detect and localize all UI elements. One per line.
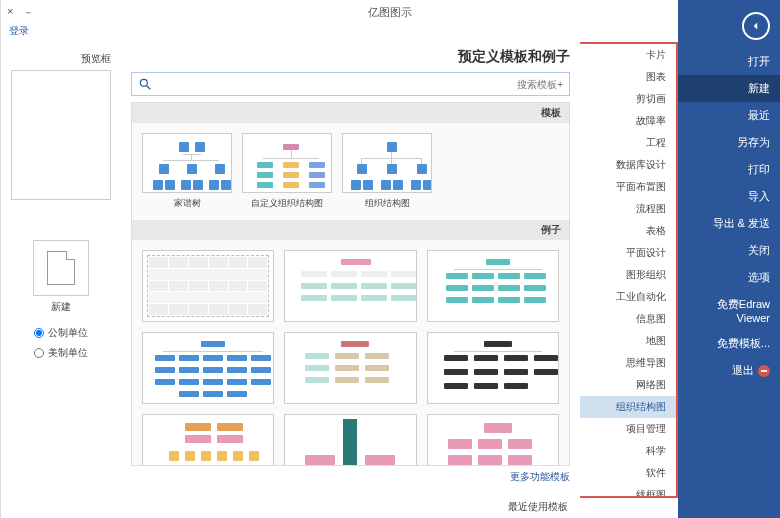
unit-radio-group: 公制单位 美制单位	[34, 326, 88, 360]
example-thumb[interactable]	[284, 332, 416, 404]
cat-card[interactable]: 卡片	[580, 44, 676, 66]
app-title: 亿图图示	[368, 5, 412, 20]
radio-metric[interactable]: 公制单位	[34, 326, 88, 340]
new-button[interactable]	[33, 240, 89, 296]
cat-project[interactable]: 项目管理	[580, 418, 676, 440]
cat-engineering[interactable]: 工程	[580, 132, 676, 154]
exit-icon	[758, 365, 770, 377]
radio-us[interactable]: 美制单位	[34, 346, 88, 360]
nav-close[interactable]: 关闭	[678, 237, 780, 264]
template-label: 自定义组织结构图	[251, 197, 323, 210]
example-thumb[interactable]	[284, 414, 416, 466]
template-item[interactable]: 自定义组织结构图	[242, 133, 332, 210]
nav-import[interactable]: 导入	[678, 183, 780, 210]
radio-metric-label: 公制单位	[48, 326, 88, 340]
templates-area: 预定义模板和例子 模板	[121, 42, 580, 498]
radio-metric-input[interactable]	[34, 328, 44, 338]
example-thumb[interactable]	[427, 332, 559, 404]
cat-mindmap[interactable]: 思维导图	[580, 352, 676, 374]
cat-clipart[interactable]: 剪切画	[580, 88, 676, 110]
cat-floorplan[interactable]: 平面布置图	[580, 176, 676, 198]
nav-export[interactable]: 导出 & 发送	[678, 210, 780, 237]
cat-industrial[interactable]: 工业自动化	[580, 286, 676, 308]
window-minimize[interactable]: －	[23, 5, 34, 20]
search-bar	[131, 72, 570, 96]
main-area: × － 亿图图示 登录 卡片 图表 剪切画 故障率 工程 数据库设计 平面布置图…	[0, 0, 678, 518]
template-scroll[interactable]: 模板	[131, 102, 570, 466]
example-thumb[interactable]	[142, 332, 274, 404]
cat-table[interactable]: 表格	[580, 220, 676, 242]
nav-options[interactable]: 选项	[678, 264, 780, 291]
cat-software[interactable]: 软件	[580, 462, 676, 484]
cat-flowchart[interactable]: 流程图	[580, 198, 676, 220]
cat-wireframe[interactable]: 线框图	[580, 484, 676, 498]
recent-templates-label: 最近使用模板	[1, 498, 678, 518]
nav-free-templates[interactable]: 免费模板...	[678, 330, 780, 357]
example-thumb[interactable]	[427, 414, 559, 466]
nav-exit-label: 退出	[732, 363, 754, 378]
section-examples-title: 例子	[132, 220, 569, 240]
right-panel: 预览框 新建 公制单位 美制单位	[1, 42, 121, 498]
example-thumb[interactable]	[284, 250, 416, 322]
template-item[interactable]: 家谱树	[142, 133, 232, 210]
document-icon	[47, 251, 75, 285]
preview-box	[11, 70, 111, 200]
category-list: 卡片 图表 剪切画 故障率 工程 数据库设计 平面布置图 流程图 表格 平面设计…	[580, 42, 678, 498]
cat-graphicdesign[interactable]: 平面设计	[580, 242, 676, 264]
nav-saveas[interactable]: 另存为	[678, 129, 780, 156]
template-item[interactable]: 组织结构图	[342, 133, 432, 210]
nav-open[interactable]: 打开	[678, 48, 780, 75]
cat-chart[interactable]: 图表	[580, 66, 676, 88]
cat-map[interactable]: 地图	[580, 330, 676, 352]
cat-orgchart[interactable]: 组织结构图	[580, 396, 676, 418]
cat-science[interactable]: 科学	[580, 440, 676, 462]
example-thumb[interactable]	[142, 250, 274, 322]
template-label: 组织结构图	[365, 197, 410, 210]
nav-new[interactable]: 新建	[678, 75, 780, 102]
login-link[interactable]: 登录	[1, 24, 678, 42]
example-thumb[interactable]	[142, 414, 274, 466]
preview-label: 预览框	[81, 52, 111, 66]
section-templates-title: 模板	[132, 103, 569, 123]
radio-us-input[interactable]	[34, 348, 44, 358]
templates-header: 预定义模板和例子	[131, 42, 570, 72]
left-sidebar: 打开 新建 最近 另存为 打印 导入 导出 & 发送 关闭 选项 免费Edraw…	[678, 0, 780, 518]
cat-network[interactable]: 网络图	[580, 374, 676, 396]
radio-us-label: 美制单位	[48, 346, 88, 360]
cat-graphorg[interactable]: 图形组织	[580, 264, 676, 286]
nav-viewer[interactable]: 免费Edraw Viewer	[678, 291, 780, 330]
nav-recent[interactable]: 最近	[678, 102, 780, 129]
window-close[interactable]: ×	[7, 5, 13, 20]
back-arrow-icon[interactable]	[742, 12, 770, 40]
search-icon[interactable]	[138, 77, 152, 91]
cat-fault[interactable]: 故障率	[580, 110, 676, 132]
nav-exit[interactable]: 退出	[678, 357, 780, 384]
example-thumb[interactable]	[427, 250, 559, 322]
template-label: 家谱树	[174, 197, 201, 210]
search-input[interactable]	[152, 79, 563, 90]
nav-print[interactable]: 打印	[678, 156, 780, 183]
svg-line-1	[147, 86, 151, 90]
titlebar: × － 亿图图示	[1, 0, 678, 24]
svg-point-0	[140, 79, 147, 86]
cat-database[interactable]: 数据库设计	[580, 154, 676, 176]
new-label: 新建	[51, 300, 71, 314]
cat-infographic[interactable]: 信息图	[580, 308, 676, 330]
more-templates-link[interactable]: 更多功能模板	[131, 466, 570, 488]
